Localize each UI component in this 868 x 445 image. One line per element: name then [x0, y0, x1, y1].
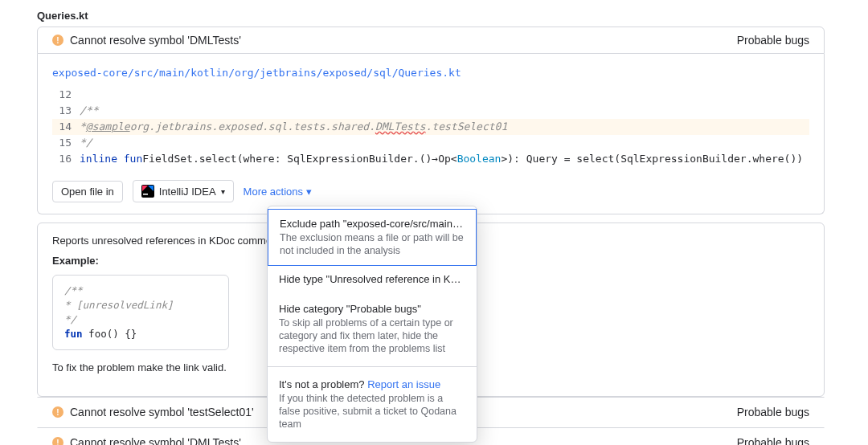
- popup-item-title: It's not a problem? Report an issue: [279, 378, 465, 390]
- keyword: fun: [64, 328, 83, 340]
- code-text: *: [80, 119, 86, 135]
- code-text: <: [451, 151, 457, 167]
- intellij-icon: [141, 185, 154, 198]
- popup-divider: [268, 366, 477, 367]
- warning-icon: !: [52, 406, 63, 418]
- keyword: fun: [124, 151, 142, 167]
- popup-hide-category[interactable]: Hide category "Probable bugs" To skip al…: [268, 295, 477, 363]
- chevron-down-icon: ▾: [221, 187, 225, 196]
- code-text: /**: [64, 284, 83, 296]
- issue-category: Probable bugs: [737, 436, 809, 445]
- issue-row[interactable]: ! Cannot resolve symbol 'DMLTests' Proba…: [37, 27, 825, 54]
- open-in-text: Open file in: [61, 186, 114, 198]
- code-text: */: [80, 135, 92, 151]
- error-token: DMLTests: [375, 119, 426, 135]
- code-text: FieldSet.select(where: SqlExpressionBuil…: [142, 151, 432, 167]
- code-block: 12 13/** 14 * @sample org.jetbrains.expo…: [52, 87, 809, 167]
- ide-name: IntelliJ IDEA: [159, 186, 216, 198]
- svg-rect-1: [143, 194, 148, 195]
- issue-title: Cannot resolve symbol 'DMLTests': [70, 436, 241, 445]
- code-text: */: [64, 313, 76, 325]
- code-text: →: [432, 151, 438, 167]
- warning-icon: !: [52, 437, 63, 445]
- popup-item-title: Exclude path "exposed-core/src/main/…: [280, 218, 465, 230]
- issue-category: Probable bugs: [737, 406, 809, 418]
- line-number: 16: [52, 151, 72, 167]
- popup-item-title: Hide type "Unresolved reference in KD…: [279, 273, 465, 285]
- issue-category: Probable bugs: [737, 34, 809, 47]
- chevron-down-icon: ▾: [306, 186, 312, 198]
- file-path-link[interactable]: exposed-core/src/main/kotlin/org/jetbrai…: [52, 67, 461, 79]
- line-number: 14: [52, 119, 72, 135]
- code-card: exposed-core/src/main/kotlin/org/jetbrai…: [37, 54, 825, 214]
- file-name: Queries.kt: [37, 10, 825, 22]
- keyword: inline: [80, 151, 117, 167]
- open-in-label: Open file in: [52, 181, 123, 202]
- warning-icon: !: [52, 35, 63, 46]
- code-text: /**: [80, 103, 98, 119]
- line-number: 13: [52, 103, 72, 119]
- popup-item-title: Hide category "Probable bugs": [279, 303, 465, 315]
- code-text: Op: [438, 151, 451, 167]
- popup-exclude-path[interactable]: Exclude path "exposed-core/src/main/… Th…: [268, 209, 477, 266]
- issue-title: Cannot resolve symbol 'DMLTests': [70, 34, 241, 47]
- report-issue-link[interactable]: Report an issue: [367, 378, 440, 390]
- code-text: foo() {}: [83, 328, 137, 340]
- popup-item-subtitle: To skip all problems of a certain type o…: [279, 316, 465, 355]
- popup-report-issue[interactable]: It's not a problem? Report an issue If y…: [268, 370, 477, 439]
- more-actions-link[interactable]: More actions ▾: [244, 186, 312, 198]
- popup-hide-type[interactable]: Hide type "Unresolved reference in KD…: [268, 265, 477, 295]
- popup-item-subtitle: If you think the detected problem is a f…: [279, 392, 465, 431]
- more-actions-popup: Exclude path "exposed-core/src/main/… Th…: [267, 206, 477, 443]
- ide-selector[interactable]: IntelliJ IDEA ▾: [133, 180, 234, 202]
- example-code: /** * [unresolvedLink] */ fun foo() {}: [52, 275, 229, 350]
- type-token: Boolean: [457, 151, 502, 167]
- code-text: * [unresolvedLink]: [64, 299, 173, 311]
- code-text: >): Query = select(SqlExpressionBuilder.…: [501, 151, 803, 167]
- issue-title: Cannot resolve symbol 'testSelect01': [70, 406, 254, 418]
- code-text: .testSelect01: [426, 119, 508, 135]
- doc-tag: @sample: [86, 119, 130, 135]
- popup-item-subtitle: The exclusion means a file or path will …: [280, 231, 465, 257]
- line-number: 15: [52, 135, 72, 151]
- code-text: org.jetbrains.exposed.sql.tests.shared.: [130, 119, 375, 135]
- more-actions-label: More actions: [244, 186, 303, 198]
- line-number: 12: [52, 87, 72, 103]
- popup-item-prefix: It's not a problem?: [279, 378, 367, 390]
